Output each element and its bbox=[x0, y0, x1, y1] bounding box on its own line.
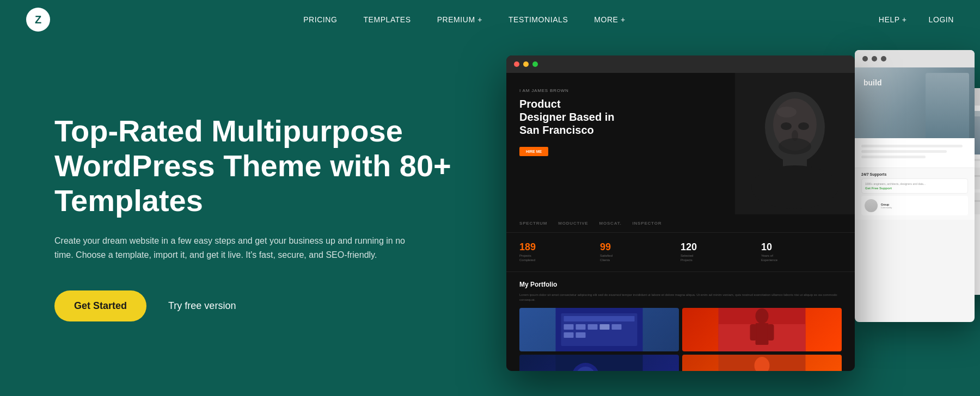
stat-years-number: 10 bbox=[761, 242, 842, 253]
browser-bar-secondary bbox=[855, 50, 975, 67]
svg-rect-18 bbox=[564, 332, 574, 338]
tert-green-badge: Get Free Support bbox=[902, 184, 929, 190]
tert-block-line-3 bbox=[902, 200, 980, 202]
nav-center: PRICING TEMPLATES PREMIUM + TESTIMONIALS… bbox=[303, 15, 626, 24]
dot-s2 bbox=[872, 56, 877, 61]
grid-item-4 bbox=[682, 355, 842, 371]
svg-rect-30 bbox=[719, 355, 806, 371]
svg-rect-20 bbox=[719, 308, 806, 351]
logo-moscat: MOSCAT. bbox=[599, 221, 622, 226]
nav-pricing[interactable]: PRICING bbox=[303, 15, 337, 24]
stat-clients-number: 99 bbox=[600, 242, 681, 253]
svg-rect-21 bbox=[719, 324, 806, 351]
tert-block-title-2: Group bbox=[902, 196, 980, 199]
svg-point-7 bbox=[798, 122, 809, 130]
sec-support-card: 1000+ engineers, architects, designers a… bbox=[861, 178, 968, 194]
grid-item-2 bbox=[682, 308, 842, 351]
svg-point-27 bbox=[572, 363, 599, 371]
hero-buttons: Get Started Try free version bbox=[54, 290, 468, 321]
get-started-button[interactable]: Get Started bbox=[54, 290, 146, 321]
stat-projects: 189 ProjectsCompleted bbox=[519, 242, 600, 263]
tert-line-1 bbox=[898, 159, 980, 161]
nav-help[interactable]: HELP + bbox=[879, 15, 907, 24]
avatar bbox=[865, 199, 878, 212]
stat-projects-number: 189 bbox=[519, 242, 600, 253]
svg-rect-17 bbox=[612, 324, 622, 330]
logo-moDUCtive: mODUCtive bbox=[558, 221, 588, 226]
svg-rect-19 bbox=[576, 332, 586, 338]
grid-item-1 bbox=[519, 308, 679, 351]
svg-rect-13 bbox=[564, 324, 574, 330]
stat-selected: 120 SelectedProjects bbox=[681, 242, 761, 263]
svg-point-22 bbox=[756, 308, 769, 324]
svg-rect-4 bbox=[783, 153, 807, 175]
tert-blue-button: Join Group bbox=[902, 206, 923, 213]
svg-rect-0 bbox=[735, 73, 855, 214]
dot-m2 bbox=[523, 61, 529, 67]
dot-1 bbox=[901, 94, 906, 100]
svg-rect-16 bbox=[600, 324, 610, 330]
tert-hero-image bbox=[898, 111, 980, 154]
browser-tertiary: 24/7 Supports Get Free Support Group Joi… bbox=[893, 88, 980, 295]
logo-spectrum: SPECTRUM bbox=[519, 221, 547, 226]
face-svg bbox=[735, 73, 855, 214]
svg-point-8 bbox=[792, 130, 798, 141]
logo[interactable]: Z bbox=[26, 8, 50, 32]
portfolio-section: My Portfolio Lorem ipsum dolor sit amet … bbox=[506, 272, 855, 371]
portfolio-section-title: My Portfolio bbox=[519, 281, 842, 288]
hero-content: Top-Rated Multipurpose WordPress Theme w… bbox=[54, 114, 468, 322]
svg-rect-23 bbox=[756, 323, 769, 345]
portfolio-hero: I am James Brown ProductDesigner Based i… bbox=[506, 73, 855, 214]
tert-block-line-1 bbox=[902, 175, 980, 177]
nav-templates[interactable]: TEMPLATES bbox=[363, 15, 411, 24]
nav-testimonials[interactable]: TESTIMONIALS bbox=[509, 15, 568, 24]
svg-rect-12 bbox=[564, 316, 635, 321]
svg-rect-26 bbox=[556, 355, 643, 371]
secondary-content: build 24/7 Supports 1000+ engineers, arc… bbox=[855, 67, 975, 322]
svg-rect-10 bbox=[556, 308, 643, 351]
browser-secondary: build 24/7 Supports 1000+ engineers, arc… bbox=[855, 50, 975, 322]
person-sub: Community bbox=[881, 206, 965, 209]
browser-bar-main bbox=[506, 55, 855, 73]
portfolio-grid: 03:46 bbox=[519, 308, 842, 371]
portfolio-eyebrow: I am James Brown bbox=[519, 88, 842, 93]
svg-rect-25 bbox=[768, 324, 774, 341]
sec-support-title: 24/7 Supports bbox=[861, 172, 968, 176]
tert-block-line-2 bbox=[902, 178, 966, 180]
dot-3 bbox=[919, 94, 924, 100]
tert-person bbox=[964, 116, 980, 154]
support-label: 1000+ engineers, architects, designers a… bbox=[865, 182, 964, 185]
stat-years-label: Years ofExperience bbox=[761, 254, 842, 263]
nav-login[interactable]: LOGIN bbox=[929, 15, 954, 24]
svg-rect-24 bbox=[750, 324, 757, 341]
try-free-button[interactable]: Try free version bbox=[168, 300, 236, 312]
svg-point-2 bbox=[773, 98, 817, 151]
svg-point-3 bbox=[777, 107, 797, 117]
stat-clients: 99 SatisfiedClients bbox=[600, 242, 681, 263]
dot-2 bbox=[910, 94, 915, 100]
stat-selected-label: SelectedProjects bbox=[681, 254, 761, 263]
sec-build-text: build bbox=[863, 78, 881, 87]
nav-premium[interactable]: PREMIUM + bbox=[437, 15, 482, 24]
browser-content: I am James Brown ProductDesigner Based i… bbox=[506, 73, 855, 371]
browser-bar-tertiary bbox=[893, 88, 980, 106]
logo-letter: Z bbox=[35, 14, 41, 26]
nav-more[interactable]: MORE + bbox=[594, 15, 625, 24]
support-val: Get Free Support bbox=[865, 187, 964, 190]
portfolio-name: ProductDesigner Based inSan Francisco bbox=[519, 97, 842, 137]
svg-point-6 bbox=[781, 122, 792, 130]
sec-section-2: 24/7 Supports 1000+ engineers, architect… bbox=[855, 168, 975, 220]
svg-point-9 bbox=[779, 138, 811, 154]
navbar: Z PRICING TEMPLATES PREMIUM + TESTIMONIA… bbox=[0, 0, 980, 39]
stat-projects-label: ProjectsCompleted bbox=[519, 254, 600, 263]
svg-point-1 bbox=[765, 92, 825, 163]
logo-inspector: Inspector bbox=[633, 221, 662, 226]
hero-mockups: 24/7 Supports Get Free Support Group Joi… bbox=[490, 23, 980, 396]
svg-rect-14 bbox=[576, 324, 586, 330]
sec-body bbox=[855, 138, 975, 168]
person-name: Group bbox=[881, 203, 965, 206]
sec-line-2 bbox=[861, 150, 947, 153]
hero-subtitle: Create your dream website in a few easy … bbox=[54, 234, 425, 263]
sec-hero-person bbox=[926, 73, 969, 138]
portfolio-cta-button: HIRE ME bbox=[519, 147, 548, 156]
